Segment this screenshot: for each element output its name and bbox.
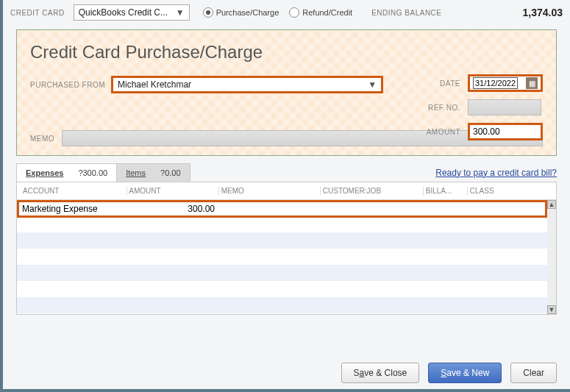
cell-account[interactable]: Marketing Expense	[19, 204, 126, 214]
ready-to-pay-link[interactable]: Ready to pay a credit card bill?	[435, 168, 557, 178]
tab-expenses-label: Expenses	[26, 168, 63, 177]
caret-down-icon: ▼	[368, 79, 377, 90]
col-billable[interactable]: BILLA...	[423, 187, 467, 195]
ref-field[interactable]	[468, 99, 541, 115]
table-row[interactable]	[17, 232, 556, 249]
purchased-from-select[interactable]: Michael Kretchmar ▼	[111, 76, 383, 93]
col-class[interactable]: CLASS	[467, 187, 553, 195]
save-new-button[interactable]: Save & New	[428, 363, 502, 383]
footer-buttons: Save & Close Save & New Clear	[3, 363, 570, 383]
table-header: ACCOUNT AMOUNT MEMO CUSTOMER:JOB BILLA..…	[17, 182, 556, 200]
col-account[interactable]: ACCOUNT	[20, 187, 127, 195]
table-row[interactable]	[17, 249, 556, 265]
table-row[interactable]	[17, 281, 556, 297]
ref-label: REF NO.	[416, 104, 460, 112]
top-bar: CREDIT CARD QuickBooks Credit C... ▼ Pur…	[3, 0, 570, 25]
date-label: DATE	[416, 79, 460, 88]
radio-icon	[203, 7, 213, 18]
purchased-from-label: PURCHASED FROM	[30, 81, 105, 89]
radio-icon	[289, 7, 299, 18]
table-row-active[interactable]: Marketing Expense 300.00	[17, 200, 547, 218]
col-amount[interactable]: AMOUNT	[127, 187, 218, 195]
purchase-radio-label: Purchase/Charge	[216, 8, 279, 17]
refund-radio-label: Refund/Credit	[302, 8, 352, 17]
table-row[interactable]	[17, 297, 556, 313]
memo-label: MEMO	[30, 135, 54, 143]
table-row[interactable]	[17, 265, 556, 281]
credit-card-select[interactable]: QuickBooks Credit C... ▼	[74, 4, 190, 21]
col-customer[interactable]: CUSTOMER:JOB	[320, 187, 423, 195]
tabs-row: Expenses ?300.00 Items ?0.00 Ready to pa…	[16, 163, 557, 182]
scroll-up-icon[interactable]: ▲	[547, 200, 556, 209]
table-body: Marketing Expense 300.00 ▲ ▼	[17, 200, 556, 314]
tab-items-amount: ?0.00	[160, 168, 181, 177]
transaction-type-radios: Purchase/Charge Refund/Credit	[203, 7, 352, 18]
clear-button[interactable]: Clear	[510, 363, 557, 383]
caret-down-icon: ▼	[176, 7, 185, 18]
ending-balance-label: ENDING BALANCE	[371, 9, 441, 17]
credit-card-label: CREDIT CARD	[10, 9, 65, 17]
save-close-button[interactable]: Save & Close	[341, 363, 420, 383]
col-memo[interactable]: MEMO	[218, 187, 320, 195]
tab-expenses[interactable]: Expenses ?300.00	[16, 163, 117, 182]
amount-label: AMOUNT	[416, 128, 460, 136]
tab-expenses-amount: ?300.00	[78, 168, 107, 177]
page-title: Credit Card Purchase/Charge	[30, 42, 543, 63]
expenses-table: ACCOUNT AMOUNT MEMO CUSTOMER:JOB BILLA..…	[16, 182, 557, 315]
calendar-icon[interactable]: ▦	[526, 77, 538, 89]
date-field[interactable]: 31/12/2022 ▦	[468, 74, 543, 92]
amount-field[interactable]: 300.00	[468, 123, 543, 140]
credit-card-value: QuickBooks Credit C...	[79, 7, 168, 18]
cell-amount[interactable]: 300.00	[126, 204, 218, 214]
date-value: 31/12/2022	[473, 77, 518, 89]
scrollbar[interactable]: ▲ ▼	[547, 200, 556, 314]
purchased-from-value: Michael Kretchmar	[118, 79, 191, 90]
tab-items-label: Items	[126, 168, 146, 177]
tab-items[interactable]: Items ?0.00	[117, 163, 190, 182]
scroll-down-icon[interactable]: ▼	[547, 305, 556, 314]
table-row[interactable]	[17, 216, 556, 232]
cheque-panel: Credit Card Purchase/Charge PURCHASED FR…	[16, 29, 557, 156]
refund-radio[interactable]: Refund/Credit	[289, 7, 352, 18]
ending-balance-value: 1,374.03	[523, 7, 563, 18]
purchase-radio[interactable]: Purchase/Charge	[203, 7, 279, 18]
